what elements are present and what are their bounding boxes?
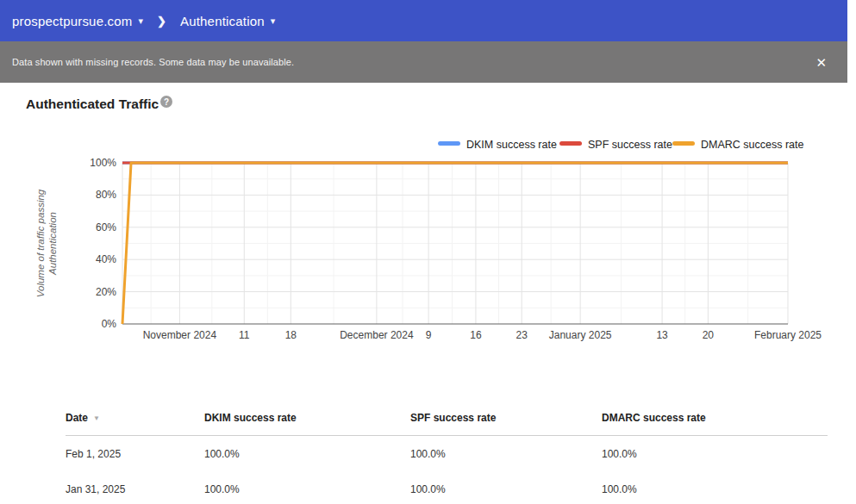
table-row: Feb 1, 2025100.0%100.0%100.0%	[66, 436, 828, 472]
authentication-table: Date▼ DKIM success rate SPF success rate…	[66, 403, 828, 504]
dropdown-caret-icon: ▾	[139, 16, 144, 26]
x-tick-label: January 2025	[549, 329, 612, 341]
x-tick-label: February 2025	[754, 329, 822, 341]
x-tick-label: December 2024	[340, 329, 414, 341]
authentication-chart-svg: 0%20%40%60%80%100%November 20241118Decem…	[0, 129, 856, 350]
y-tick-label: 40%	[96, 253, 116, 265]
x-tick-label: 20	[703, 329, 715, 341]
x-tick-label: 18	[285, 329, 297, 341]
help-icon[interactable]: ?	[160, 96, 172, 108]
table-cell-dmarc: 100.0%	[602, 471, 828, 504]
x-tick-label: 13	[656, 329, 668, 341]
x-tick-label: 23	[516, 329, 528, 341]
table-cell-dmarc: 100.0%	[602, 436, 828, 472]
dropdown-caret-icon: ▾	[271, 16, 276, 26]
section-selector-label: Authentication	[180, 14, 265, 28]
y-axis-title-line2: Authentication	[47, 212, 58, 276]
page-title: Authenticated Traffic	[26, 96, 159, 112]
page-header: Authenticated Traffic ?	[26, 96, 172, 112]
column-header-date[interactable]: Date▼	[66, 403, 204, 436]
y-tick-label: 0%	[102, 318, 117, 330]
table-cell-spf: 100.0%	[410, 471, 602, 504]
column-header-dmarc: DMARC success rate	[602, 403, 828, 436]
y-tick-label: 60%	[96, 221, 116, 233]
column-header-dkim: DKIM success rate	[204, 403, 410, 436]
legend-swatch-spf	[559, 141, 582, 146]
x-tick-label: 9	[426, 329, 432, 341]
table-header-row: Date▼ DKIM success rate SPF success rate…	[66, 403, 828, 436]
table-cell-date: Feb 1, 2025	[66, 436, 204, 472]
legend-label-dkim: DKIM success rate	[466, 139, 557, 151]
chevron-right-icon: ❯	[157, 15, 166, 28]
legend-label-dmarc: DMARC success rate	[701, 139, 804, 151]
x-tick-label: November 2024	[143, 329, 217, 341]
table-cell-dkim: 100.0%	[204, 471, 410, 504]
notice-bar: Data shown with missing records. Some da…	[0, 41, 847, 83]
authentication-chart: 0%20%40%60%80%100%November 20241118Decem…	[0, 129, 856, 350]
x-tick-label: 11	[239, 329, 250, 341]
table-cell-date: Jan 31, 2025	[66, 471, 204, 504]
y-tick-label: 20%	[96, 286, 116, 298]
legend-swatch-dkim	[438, 141, 460, 146]
main-content: Authenticated Traffic ? 0%20%40%60%80%10…	[0, 83, 856, 504]
legend-label-spf: SPF success rate	[588, 139, 672, 151]
table-cell-dkim: 100.0%	[204, 436, 410, 472]
legend-swatch-dmarc	[672, 141, 695, 146]
x-tick-label: 16	[470, 329, 482, 341]
sort-descending-icon: ▼	[93, 414, 100, 422]
y-tick-label: 100%	[90, 157, 116, 169]
table-row: Jan 31, 2025100.0%100.0%100.0%	[66, 471, 828, 504]
domain-selector[interactable]: prospectpursue.com ▾	[12, 14, 143, 28]
y-axis-title-line1: Volume of traffic passing	[35, 189, 46, 297]
table-cell-spf: 100.0%	[410, 436, 602, 472]
y-tick-label: 80%	[96, 189, 116, 201]
auth-table-body: Feb 1, 2025100.0%100.0%100.0%Jan 31, 202…	[66, 436, 828, 504]
close-icon[interactable]: ✕	[814, 54, 828, 71]
column-header-spf: SPF success rate	[410, 403, 602, 436]
section-selector[interactable]: Authentication ▾	[180, 14, 275, 28]
top-nav-bar: prospectpursue.com ▾ ❯ Authentication ▾	[0, 0, 847, 41]
authentication-table-wrap: Date▼ DKIM success rate SPF success rate…	[66, 403, 828, 504]
notice-message: Data shown with missing records. Some da…	[12, 57, 294, 67]
domain-selector-label: prospectpursue.com	[12, 14, 133, 28]
